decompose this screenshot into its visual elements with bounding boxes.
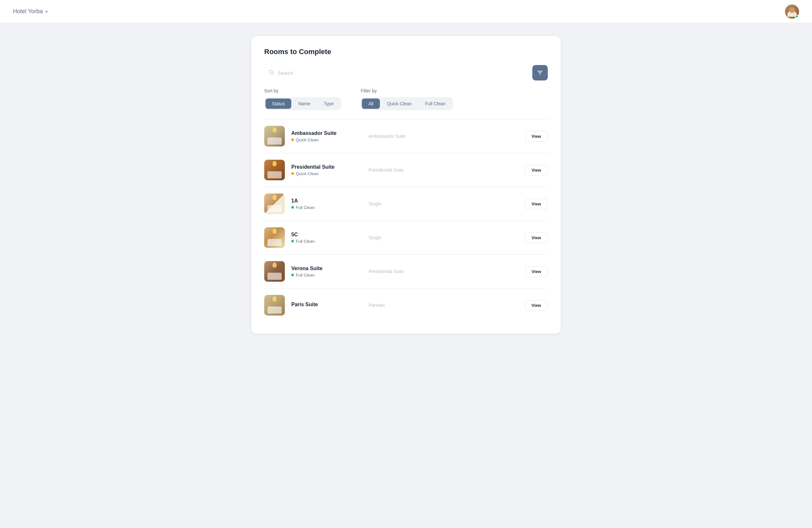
room-status: Full Clean (291, 273, 362, 277)
view-room-button[interactable]: View (525, 199, 548, 209)
room-thumbnail (264, 227, 285, 248)
room-info: Verona Suite Full Clean (291, 266, 362, 277)
chandelier-decoration (273, 262, 276, 268)
room-thumbnail (264, 194, 285, 214)
room-name: 5C (291, 232, 362, 238)
app-header: Hotel Yorba ▾ (0, 0, 812, 23)
view-room-button[interactable]: View (525, 232, 548, 243)
status-dot (291, 274, 294, 276)
filter-all-button[interactable]: All (362, 99, 380, 109)
svg-line-1 (272, 73, 273, 74)
status-text: Full Clean (296, 205, 315, 210)
status-dot (291, 240, 294, 242)
chandelier-decoration (273, 195, 276, 200)
room-thumbnail (264, 126, 285, 147)
status-dot (291, 206, 294, 209)
room-name: 1A (291, 198, 362, 204)
room-info: Ambassador Suite Quick Clean (291, 131, 362, 142)
room-type: Parisian (368, 303, 519, 308)
chandelier-decoration (273, 127, 276, 132)
view-room-button[interactable]: View (525, 266, 548, 277)
filter-pill-group: All Quick Clean Full Clean (361, 97, 453, 110)
main-content: Rooms to Complete Sort by (0, 23, 812, 346)
room-name: Presidential Suite (291, 164, 362, 170)
sort-name-button[interactable]: Name (292, 99, 317, 109)
room-info: 5C Full Clean (291, 232, 362, 244)
search-input[interactable] (264, 66, 528, 79)
filter-button[interactable] (532, 65, 548, 80)
room-status: Full Clean (291, 205, 362, 210)
room-thumbnail (264, 295, 285, 316)
room-name: Ambassador Suite (291, 131, 362, 136)
search-row (264, 65, 548, 80)
room-item: Paris Suite Parisian View (264, 288, 548, 322)
filter-quick-clean-button[interactable]: Quick Clean (380, 99, 418, 109)
status-text: Full Clean (296, 273, 315, 277)
chevron-down-icon: ▾ (45, 9, 48, 14)
room-item: Verona Suite Full Clean Presidential Sui… (264, 255, 548, 288)
status-text: Quick Clean (296, 171, 319, 176)
sort-group: Sort by Status Name Type (264, 88, 341, 110)
room-type: Single (368, 235, 519, 240)
room-info: Presidential Suite Quick Clean (291, 164, 362, 176)
room-info: Paris Suite (291, 302, 362, 309)
search-icon (269, 70, 274, 76)
status-dot (291, 138, 294, 141)
room-item: Presidential Suite Quick Clean President… (264, 153, 548, 187)
room-info: 1A Full Clean (291, 198, 362, 210)
room-list: Ambassador Suite Quick Clean Ambassador … (264, 119, 548, 322)
hotel-selector[interactable]: Hotel Yorba ▾ (13, 8, 48, 15)
room-type: Presidential Suite (368, 269, 519, 274)
view-room-button[interactable]: View (525, 131, 548, 142)
filter-label: Filter by (361, 88, 453, 93)
sort-type-button[interactable]: Type (317, 99, 340, 109)
hotel-name-text: Hotel Yorba (13, 8, 43, 15)
room-item: 5C Full Clean Single View (264, 221, 548, 255)
chandelier-decoration (273, 296, 276, 301)
funnel-icon (537, 70, 543, 76)
page-title: Rooms to Complete (264, 48, 548, 56)
room-name: Paris Suite (291, 302, 362, 307)
filter-full-clean-button[interactable]: Full Clean (419, 99, 452, 109)
bed-decoration (267, 137, 281, 145)
room-item: Ambassador Suite Quick Clean Ambassador … (264, 119, 548, 153)
controls-row: Sort by Status Name Type Filter by All Q… (264, 88, 548, 110)
room-status: Quick Clean (291, 137, 362, 142)
rooms-card: Rooms to Complete Sort by (251, 36, 561, 334)
chandelier-decoration (273, 229, 276, 234)
status-text: Quick Clean (296, 137, 319, 142)
search-wrapper (264, 66, 528, 79)
room-item: 1A Full Clean Single View (264, 187, 548, 221)
view-room-button[interactable]: View (525, 165, 548, 176)
filter-group: Filter by All Quick Clean Full Clean (361, 88, 453, 110)
user-avatar[interactable] (785, 4, 799, 19)
room-type: Ambassador Suite (368, 134, 519, 139)
bed-decoration (267, 239, 281, 246)
room-type: Single (368, 201, 519, 206)
chandelier-decoration (273, 161, 276, 166)
bed-decoration (267, 306, 281, 314)
room-status: Full Clean (291, 239, 362, 244)
sort-status-button[interactable]: Status (265, 99, 291, 109)
room-thumbnail (264, 261, 285, 282)
status-text: Full Clean (296, 239, 315, 244)
bed-decoration (267, 205, 281, 212)
room-type: Presidential Suite (368, 167, 519, 172)
view-room-button[interactable]: View (525, 300, 548, 311)
sort-label: Sort by (264, 88, 341, 93)
room-thumbnail (264, 160, 285, 180)
room-name: Verona Suite (291, 266, 362, 271)
room-status: Quick Clean (291, 171, 362, 176)
online-status-indicator (795, 15, 798, 18)
bed-decoration (267, 273, 281, 280)
sort-pill-group: Status Name Type (264, 97, 341, 110)
bed-decoration (267, 171, 281, 178)
status-dot (291, 172, 294, 175)
